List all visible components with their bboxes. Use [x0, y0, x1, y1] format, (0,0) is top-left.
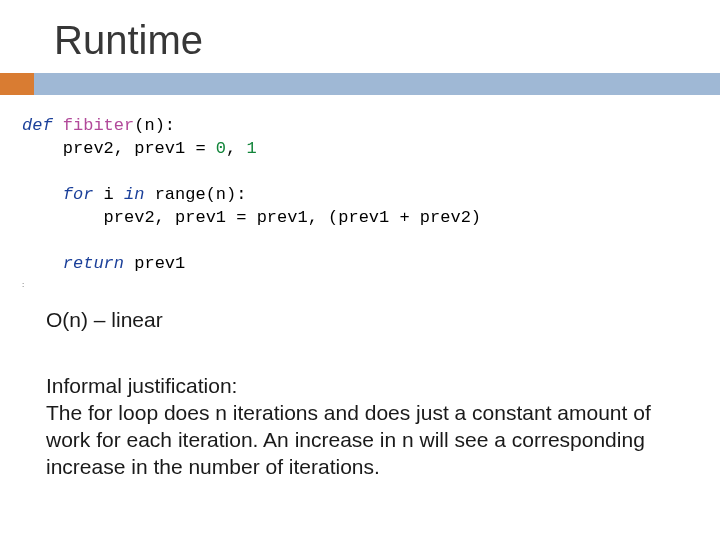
stray-colon: :	[0, 280, 720, 289]
code-line-4: prev2, prev1 = prev1, (prev1 + prev2)	[22, 207, 720, 230]
code-l2-mid: ,	[226, 139, 246, 158]
slide-title: Runtime	[0, 0, 720, 73]
spacer	[0, 333, 720, 355]
code-line-1: def fibiter(n):	[22, 115, 720, 138]
code-l5-rest: prev1	[124, 254, 185, 273]
accent-bar-blue	[34, 73, 720, 95]
code-block: def fibiter(n): prev2, prev1 = 0, 1 for …	[0, 95, 720, 276]
accent-bar	[0, 73, 720, 95]
code-l1-rest: (n):	[134, 116, 175, 135]
code-line-5: return prev1	[22, 253, 720, 276]
complexity-line: O(n) – linear	[0, 289, 720, 334]
keyword-for: for	[63, 185, 94, 204]
code-line-3: for i in range(n):	[22, 184, 720, 207]
code-line-2: prev2, prev1 = 0, 1	[22, 138, 720, 161]
code-l3-mid: i	[93, 185, 124, 204]
keyword-def: def	[22, 116, 53, 135]
literal-0: 0	[216, 139, 226, 158]
code-blank-2	[22, 230, 720, 253]
slide: Runtime def fibiter(n): prev2, prev1 = 0…	[0, 0, 720, 540]
justification-block: Informal justification: The for loop doe…	[0, 355, 720, 481]
justification-label: Informal justification:	[46, 373, 680, 400]
literal-1: 1	[246, 139, 256, 158]
code-l2-a: prev2, prev1 =	[22, 139, 216, 158]
keyword-in: in	[124, 185, 144, 204]
accent-block-orange	[0, 73, 34, 95]
code-blank-1	[22, 161, 720, 184]
function-name: fibiter	[63, 116, 134, 135]
keyword-return: return	[63, 254, 124, 273]
code-l3-rest: range(n):	[144, 185, 246, 204]
justification-body: The for loop does n iterations and does …	[46, 400, 680, 481]
